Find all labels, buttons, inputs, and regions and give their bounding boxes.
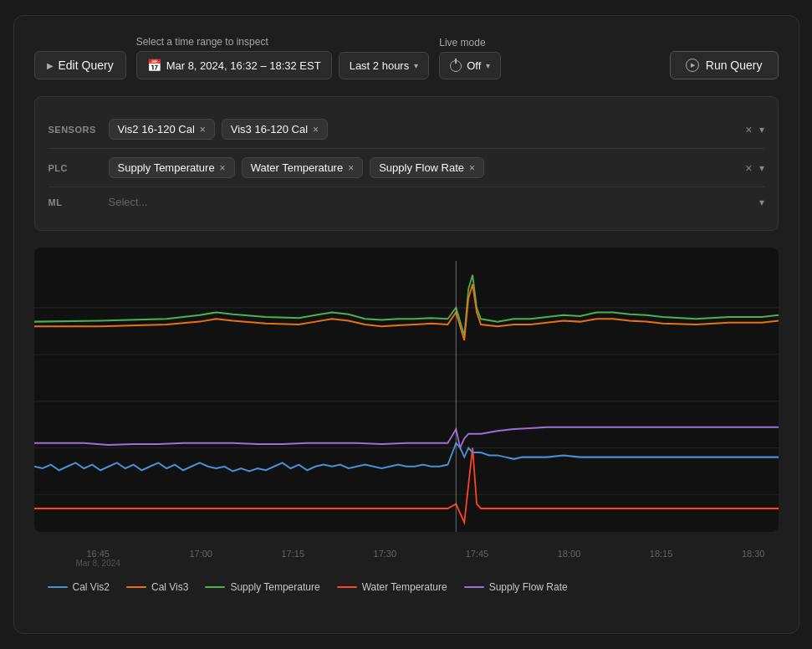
plc-tags: Supply Temperature × Water Temperature ×… bbox=[109, 157, 736, 178]
filter-panel: SENSORS Vis2 16-120 Cal × Vis3 16-120 Ca… bbox=[34, 96, 779, 231]
tag-vis2: Vis2 16-120 Cal × bbox=[109, 119, 215, 140]
x-axis-tick-2: 17:15 bbox=[282, 549, 305, 568]
plc-actions: × ▾ bbox=[745, 161, 763, 175]
plc-clear-button[interactable]: × bbox=[745, 161, 752, 175]
x-axis-tick-1: 17:00 bbox=[189, 549, 212, 568]
sensors-label: SENSORS bbox=[49, 125, 99, 135]
chevron-down-icon: ▾ bbox=[486, 61, 490, 70]
sensors-tags: Vis2 16-120 Cal × Vis3 16-120 Cal × bbox=[109, 119, 736, 140]
ml-tags: Select... bbox=[109, 196, 749, 208]
x-axis-time-2: 17:15 bbox=[282, 549, 305, 559]
x-axis-tick-7: 18:30 bbox=[742, 549, 765, 568]
play-icon bbox=[686, 59, 699, 72]
arrow-icon: ▶ bbox=[47, 61, 54, 70]
legend-item-flow-rate: Supply Flow Rate bbox=[464, 581, 568, 593]
live-mode-label: Live mode bbox=[439, 37, 485, 49]
chart-area bbox=[34, 248, 779, 532]
supply-temperature-line bbox=[34, 275, 779, 336]
sensors-row: SENSORS Vis2 16-120 Cal × Vis3 16-120 Ca… bbox=[49, 110, 764, 149]
tag-supply-temp-label: Supply Temperature bbox=[118, 161, 215, 174]
main-container: ▶ Edit Query Select a time range to insp… bbox=[13, 15, 799, 634]
tag-supply-temp: Supply Temperature × bbox=[109, 157, 235, 178]
toolbar: ▶ Edit Query Select a time range to insp… bbox=[34, 36, 779, 79]
tag-flow-rate-remove[interactable]: × bbox=[469, 162, 475, 174]
sensors-clear-button[interactable]: × bbox=[745, 123, 752, 136]
legend-line-vis2 bbox=[48, 586, 68, 588]
legend-item-supply-temp: Supply Temperature bbox=[205, 581, 319, 593]
ml-actions: ▾ bbox=[759, 197, 764, 208]
legend: Cal Vis2 Cal Vis3 Supply Temperature Wat… bbox=[34, 571, 779, 603]
x-axis-tick-0: 16:45 Mar 8, 2024 bbox=[76, 549, 120, 568]
plc-label: PLC bbox=[49, 163, 99, 173]
time-range-label: Select a time range to inspect bbox=[136, 36, 430, 48]
legend-label-water-temp: Water Temperature bbox=[362, 581, 447, 593]
live-mode-group: Live mode Off ▾ bbox=[439, 37, 501, 79]
plc-row: PLC Supply Temperature × Water Temperatu… bbox=[49, 149, 764, 187]
tag-water-temp-label: Water Temperature bbox=[251, 161, 344, 174]
chevron-down-icon: ▾ bbox=[414, 61, 418, 70]
time-display-value: Mar 8, 2024, 16:32 – 18:32 EST bbox=[166, 59, 321, 72]
tag-supply-temp-remove[interactable]: × bbox=[220, 162, 226, 174]
cal-vis3-line bbox=[34, 284, 779, 340]
plc-expand-button[interactable]: ▾ bbox=[759, 162, 764, 174]
legend-label-supply-temp: Supply Temperature bbox=[230, 581, 319, 593]
legend-label-flow-rate: Supply Flow Rate bbox=[489, 581, 568, 593]
tag-water-temp-remove[interactable]: × bbox=[348, 162, 354, 174]
calendar-icon: 📅 bbox=[147, 59, 161, 72]
x-axis-tick-3: 17:30 bbox=[374, 549, 397, 568]
legend-line-water-temp bbox=[337, 586, 357, 588]
ml-row: ML Select... ▾ bbox=[49, 187, 764, 217]
tag-vis3-label: Vis3 16-120 Cal bbox=[231, 123, 308, 135]
ml-placeholder: Select... bbox=[109, 196, 749, 208]
live-mode-button[interactable]: Off ▾ bbox=[439, 52, 501, 79]
x-axis-date-0: Mar 8, 2024 bbox=[76, 559, 120, 568]
run-query-label: Run Query bbox=[706, 59, 763, 72]
legend-label-vis2: Cal Vis2 bbox=[73, 581, 110, 593]
x-axis-time-6: 18:15 bbox=[650, 549, 673, 559]
time-display-button[interactable]: 📅 Mar 8, 2024, 16:32 – 18:32 EST bbox=[136, 51, 332, 79]
power-icon bbox=[450, 60, 462, 72]
legend-item-water-temp: Water Temperature bbox=[337, 581, 447, 593]
run-query-button[interactable]: Run Query bbox=[670, 51, 779, 79]
ml-label: ML bbox=[49, 197, 99, 207]
x-axis-time-4: 17:45 bbox=[466, 549, 489, 559]
x-axis-time-3: 17:30 bbox=[374, 549, 397, 559]
x-axis-tick-4: 17:45 bbox=[466, 549, 489, 568]
time-section: Select a time range to inspect 📅 Mar 8, … bbox=[136, 36, 430, 79]
chart-svg bbox=[34, 261, 779, 532]
sensors-actions: × ▾ bbox=[745, 123, 763, 136]
edit-query-label: Edit Query bbox=[59, 59, 114, 72]
ml-expand-button[interactable]: ▾ bbox=[759, 197, 764, 208]
tag-water-temp: Water Temperature × bbox=[242, 157, 364, 178]
x-axis-time-1: 17:00 bbox=[189, 549, 212, 559]
last-hours-dropdown[interactable]: Last 2 hours ▾ bbox=[339, 52, 430, 79]
tag-vis3: Vis3 16-120 Cal × bbox=[222, 119, 328, 140]
legend-item-vis3: Cal Vis3 bbox=[126, 581, 188, 593]
x-axis-time-5: 18:00 bbox=[558, 549, 581, 559]
supply-flow-rate-line bbox=[34, 427, 779, 448]
legend-label-vis3: Cal Vis3 bbox=[151, 581, 188, 593]
water-temperature-line bbox=[34, 447, 779, 522]
legend-line-supply-temp bbox=[205, 586, 225, 588]
legend-line-flow-rate bbox=[464, 586, 484, 588]
legend-line-vis3 bbox=[126, 586, 146, 588]
edit-query-button[interactable]: ▶ Edit Query bbox=[34, 51, 126, 79]
tag-vis2-label: Vis2 16-120 Cal bbox=[118, 123, 195, 135]
tag-vis2-remove[interactable]: × bbox=[200, 124, 206, 135]
x-axis-tick-6: 18:15 bbox=[650, 549, 673, 568]
x-axis-time-0: 16:45 bbox=[86, 549, 110, 559]
legend-item-vis2: Cal Vis2 bbox=[48, 581, 110, 593]
tag-flow-rate: Supply Flow Rate × bbox=[370, 157, 484, 178]
tag-flow-rate-label: Supply Flow Rate bbox=[379, 161, 464, 174]
last-hours-label: Last 2 hours bbox=[350, 59, 410, 72]
sensors-expand-button[interactable]: ▾ bbox=[759, 124, 764, 135]
live-mode-value: Off bbox=[467, 59, 481, 72]
tag-vis3-remove[interactable]: × bbox=[313, 124, 319, 135]
x-axis-time-7: 18:30 bbox=[742, 549, 765, 559]
x-axis-tick-5: 18:00 bbox=[558, 549, 581, 568]
x-axis: 16:45 Mar 8, 2024 17:00 17:15 17:30 17:4… bbox=[34, 542, 779, 571]
